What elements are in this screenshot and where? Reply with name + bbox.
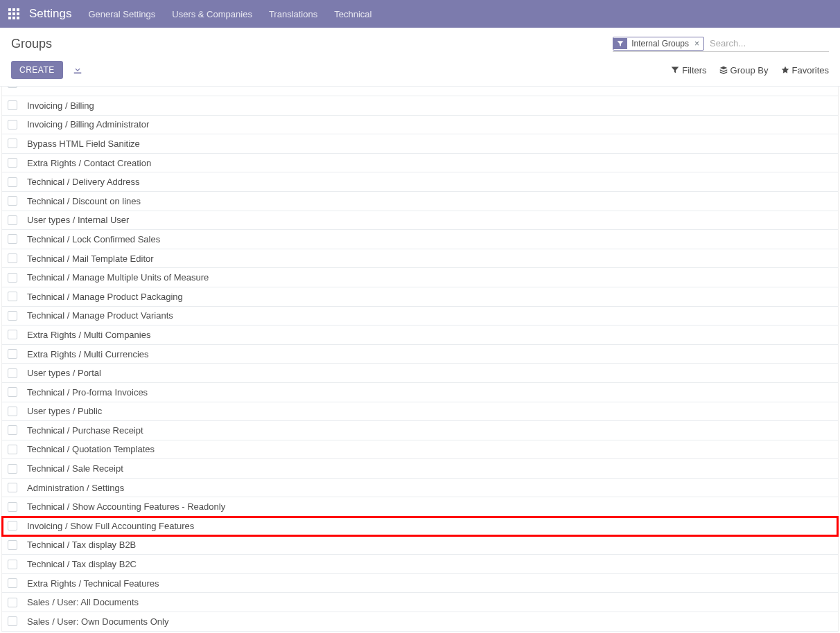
control-panel: Groups Internal Groups × CREATE Filters: [0, 28, 840, 87]
row-checkbox[interactable]: [8, 87, 17, 88]
row-checkbox[interactable]: [8, 234, 17, 244]
group-name: Technical / Mail Template Editor: [27, 253, 154, 264]
table-row[interactable]: Invoicing / Billing Administrator: [2, 116, 838, 135]
row-checkbox[interactable]: [8, 502, 17, 512]
group-name: User types / Portal: [27, 368, 101, 378]
row-checkbox[interactable]: [8, 540, 17, 550]
svg-rect-8: [17, 17, 19, 19]
download-icon[interactable]: [70, 62, 85, 79]
row-checkbox[interactable]: [8, 407, 17, 416]
row-checkbox[interactable]: [8, 616, 17, 626]
table-row[interactable]: Invoicing / Show Full Accounting Feature…: [2, 517, 838, 536]
table-row[interactable]: Technical / Pro-forma Invoices: [2, 383, 838, 402]
table-row[interactable]: Technical / Purchase Receipt: [2, 421, 838, 440]
group-name: Technical / Show Accounting Features - R…: [27, 501, 225, 512]
table-row[interactable]: Technical / Tax display B2B: [2, 536, 838, 555]
row-checkbox[interactable]: [8, 560, 17, 569]
svg-rect-5: [17, 12, 19, 15]
table-row[interactable]: Sales / User: All Documents: [2, 593, 838, 612]
table-row[interactable]: Technical / Delivery Address: [2, 172, 838, 192]
group-name: Technical / Lock Confirmed Sales: [27, 234, 160, 244]
row-checkbox[interactable]: [8, 349, 17, 359]
row-checkbox[interactable]: [8, 598, 17, 607]
search-facet: Internal Groups ×: [613, 37, 704, 51]
apps-icon[interactable]: [6, 6, 22, 22]
close-icon[interactable]: ×: [693, 37, 703, 50]
groups-list: Technical / Basic PricelistsInvoicing / …: [1, 87, 839, 632]
row-checkbox[interactable]: [8, 215, 17, 225]
table-row[interactable]: Extra Rights / Multi Currencies: [2, 345, 838, 364]
table-row[interactable]: Technical / Mail Template Editor: [2, 249, 838, 269]
table-row[interactable]: Technical / Manage Multiple Units of Mea…: [2, 268, 838, 287]
row-checkbox[interactable]: [8, 311, 17, 321]
table-row[interactable]: Invoicing / Billing: [2, 96, 838, 116]
group-name: Technical / Discount on lines: [27, 196, 141, 206]
table-row[interactable]: Administration / Settings: [2, 479, 838, 498]
table-row[interactable]: Bypass HTML Field Sanitize: [2, 134, 838, 154]
row-checkbox[interactable]: [8, 177, 17, 187]
row-checkbox[interactable]: [8, 100, 17, 110]
group-name: User types / Internal User: [27, 215, 129, 225]
table-row[interactable]: User types / Public: [2, 402, 838, 422]
table-row[interactable]: Technical / Quotation Templates: [2, 440, 838, 460]
row-checkbox[interactable]: [8, 578, 17, 588]
favorites-dropdown[interactable]: Favorites: [781, 65, 829, 75]
group-name: Invoicing / Show Full Accounting Feature…: [27, 521, 194, 531]
row-checkbox[interactable]: [8, 483, 17, 492]
row-checkbox[interactable]: [8, 368, 17, 378]
search-facet-label: Internal Groups: [627, 37, 693, 50]
table-row[interactable]: Extra Rights / Technical Features: [2, 574, 838, 594]
table-row[interactable]: Extra Rights / Contact Creation: [2, 154, 838, 173]
search-options: Filters Group By Favorites: [671, 65, 829, 75]
svg-rect-7: [12, 17, 15, 19]
search-input[interactable]: [707, 35, 829, 51]
row-checkbox[interactable]: [8, 387, 17, 397]
nav-item-technical[interactable]: Technical: [334, 9, 371, 19]
svg-rect-3: [8, 12, 11, 15]
nav-items: General Settings Users & Companies Trans…: [88, 9, 371, 19]
row-checkbox[interactable]: [8, 158, 17, 168]
table-row[interactable]: Technical / Sale Receipt: [2, 459, 838, 479]
row-checkbox[interactable]: [8, 292, 17, 301]
group-name: User types / Public: [27, 406, 102, 416]
row-checkbox[interactable]: [8, 273, 17, 283]
table-row[interactable]: User types / Internal User: [2, 211, 838, 231]
table-row[interactable]: User types / Portal: [2, 364, 838, 383]
group-name: Technical / Pro-forma Invoices: [27, 387, 148, 398]
favorites-label: Favorites: [792, 65, 829, 75]
row-checkbox[interactable]: [8, 253, 17, 263]
group-name: Technical / Sale Receipt: [27, 463, 123, 474]
table-row[interactable]: Technical / Basic Pricelists: [2, 87, 838, 96]
filters-dropdown[interactable]: Filters: [671, 65, 706, 75]
group-name: Sales / User: All Documents: [27, 597, 139, 607]
group-name: Extra Rights / Technical Features: [27, 578, 159, 589]
row-checkbox[interactable]: [8, 139, 17, 148]
breadcrumb: Groups: [11, 37, 52, 51]
nav-item-translations[interactable]: Translations: [269, 9, 317, 19]
create-button[interactable]: CREATE: [11, 61, 63, 79]
app-title[interactable]: Settings: [29, 7, 71, 21]
row-checkbox[interactable]: [8, 196, 17, 206]
table-row[interactable]: Technical / Manage Product Packaging: [2, 287, 838, 307]
table-row[interactable]: Technical / Tax display B2C: [2, 555, 838, 574]
row-checkbox[interactable]: [8, 120, 17, 130]
nav-item-general-settings[interactable]: General Settings: [88, 9, 155, 19]
table-row[interactable]: Sales / User: Own Documents Only: [2, 612, 838, 632]
table-row[interactable]: Technical / Lock Confirmed Sales: [2, 230, 838, 249]
group-name: Invoicing / Billing Administrator: [27, 119, 149, 130]
svg-rect-0: [8, 8, 11, 11]
search-bar[interactable]: Internal Groups ×: [613, 35, 829, 52]
row-checkbox[interactable]: [8, 330, 17, 339]
table-row[interactable]: Technical / Show Accounting Features - R…: [2, 497, 838, 517]
group-name: Technical / Tax display B2B: [27, 540, 136, 550]
group-by-dropdown[interactable]: Group By: [719, 65, 769, 75]
nav-item-users-companies[interactable]: Users & Companies: [172, 9, 252, 19]
group-name: Sales / User: Own Documents Only: [27, 616, 168, 627]
row-checkbox[interactable]: [8, 521, 17, 531]
row-checkbox[interactable]: [8, 445, 17, 454]
row-checkbox[interactable]: [8, 464, 17, 474]
table-row[interactable]: Technical / Manage Product Variants: [2, 307, 838, 326]
table-row[interactable]: Extra Rights / Multi Companies: [2, 326, 838, 345]
row-checkbox[interactable]: [8, 425, 17, 435]
table-row[interactable]: Technical / Discount on lines: [2, 192, 838, 211]
